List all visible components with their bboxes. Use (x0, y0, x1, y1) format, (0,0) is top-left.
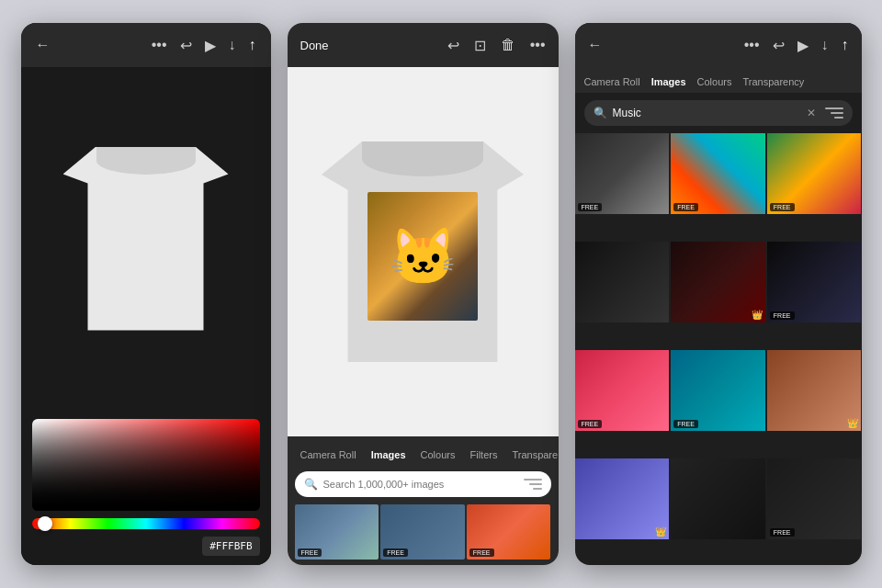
hue-thumb[interactable] (38, 516, 52, 531)
music-image-4[interactable] (575, 242, 670, 322)
nav-tab-transparency[interactable]: Transparency (742, 76, 804, 87)
panel2-tabs-row: Camera Roll Images Colours Filters Trans… (295, 446, 551, 464)
search-icon: 🔍 (594, 107, 607, 119)
undo-icon[interactable]: ↩ (447, 37, 459, 54)
color-picker-area: #FFFBFB (21, 410, 271, 565)
free-badge-1: FREE (298, 548, 322, 557)
music-image-9[interactable]: 👑 (767, 350, 862, 431)
crown-badge: 👑 (847, 418, 858, 428)
crown-badge: 👑 (752, 310, 763, 320)
image-thumb-3[interactable]: FREE (467, 504, 551, 560)
music-image-10[interactable]: 👑 (575, 458, 670, 539)
search-input-music[interactable] (613, 107, 801, 119)
free-badge: FREE (770, 203, 795, 211)
panel2-search-bar[interactable]: 🔍 (295, 471, 551, 497)
image-thumb-1[interactable]: FREE (295, 504, 379, 560)
panel3-right-icons: ••• ↩ ▶ ↓ ↑ (744, 37, 849, 54)
crown-badge: 👑 (655, 526, 666, 537)
panel1-right-icons: ••• ↩ ▶ ↓ ↑ (152, 37, 256, 54)
music-image-12[interactable]: FREE (767, 458, 862, 539)
share-icon[interactable]: ↑ (249, 37, 256, 53)
tab-transparency[interactable]: Transparency (506, 446, 558, 464)
panel3-image-grid: FREE FREE FREE 👑 FREE FREE (575, 133, 862, 565)
tshirt-container (322, 141, 524, 362)
panel-tshirt-editor: Done ↩ ⊡ 🗑 ••• Camera Roll Images Colour… (288, 23, 559, 565)
panel-color-picker: ← ••• ↩ ▶ ↓ ↑ #FFFBFB (21, 23, 271, 565)
free-badge: FREE (770, 311, 795, 320)
free-badge: FREE (673, 203, 698, 211)
music-image-2[interactable]: FREE (671, 133, 765, 214)
panel3-nav-tabs: Camera Roll Images Colours Transparency (575, 67, 862, 93)
tshirt-preview-white (63, 147, 229, 331)
panel2-right-icons: ↩ ⊡ 🗑 ••• (447, 37, 546, 54)
more-icon[interactable]: ••• (744, 37, 760, 53)
nav-tab-images[interactable]: Images (651, 76, 686, 87)
download-icon[interactable]: ↓ (821, 37, 829, 53)
panel-image-search: ← ••• ↩ ▶ ↓ ↑ Camera Roll Images Colours… (575, 23, 862, 565)
panel2-image-grid: FREE FREE FREE (295, 504, 551, 560)
undo-icon[interactable]: ↩ (773, 37, 785, 54)
panel1-topbar: ← ••• ↩ ▶ ↓ ↑ (21, 23, 271, 67)
panel3-topbar: ← ••• ↩ ▶ ↓ ↑ (575, 23, 862, 67)
free-badge: FREE (770, 528, 795, 537)
music-image-8[interactable]: FREE (671, 350, 765, 431)
tab-camera-roll[interactable]: Camera Roll (295, 446, 362, 464)
search-icon: 🔍 (304, 478, 318, 491)
hue-slider[interactable] (32, 518, 260, 529)
panel3-content: FREE FREE FREE 👑 FREE FREE (575, 133, 862, 565)
tab-colours[interactable]: Colours (415, 446, 461, 464)
panel3-search-area: 🔍 ✕ (575, 93, 862, 133)
panel1-canvas (21, 67, 271, 410)
free-badge: FREE (578, 420, 603, 428)
undo-icon[interactable]: ↩ (180, 37, 192, 54)
music-image-6[interactable]: FREE (767, 242, 862, 322)
cat-image-overlay[interactable] (368, 192, 478, 321)
more-icon[interactable]: ••• (152, 37, 167, 53)
search-input[interactable] (323, 479, 518, 490)
panel2-topbar: Done ↩ ⊡ 🗑 ••• (288, 23, 559, 67)
panels-container: ← ••• ↩ ▶ ↓ ↑ #FFFBFB Done (0, 0, 882, 588)
hex-row: #FFFBFB (32, 537, 260, 556)
more-icon[interactable]: ••• (530, 37, 546, 53)
tab-filters[interactable]: Filters (464, 446, 503, 464)
delete-icon[interactable]: 🗑 (501, 37, 515, 53)
play-icon[interactable]: ▶ (205, 37, 216, 54)
download-icon[interactable]: ↓ (229, 37, 236, 53)
music-image-1[interactable]: FREE (575, 133, 670, 214)
music-image-3[interactable]: FREE (767, 133, 862, 214)
back-icon[interactable]: ← (588, 37, 603, 53)
clear-icon[interactable]: ✕ (807, 107, 816, 119)
nav-tab-colours[interactable]: Colours (697, 76, 732, 87)
tab-images[interactable]: Images (366, 446, 412, 464)
play-icon[interactable]: ▶ (797, 37, 808, 54)
nav-tab-camera-roll[interactable]: Camera Roll (584, 76, 640, 87)
free-badge: FREE (673, 420, 698, 428)
music-image-5[interactable]: 👑 (671, 242, 765, 322)
share-icon[interactable]: ↑ (842, 37, 849, 53)
music-image-11[interactable] (671, 458, 765, 539)
panel2-bottom-tabs: Camera Roll Images Colours Filters Trans… (288, 436, 559, 565)
color-gradient[interactable] (32, 419, 260, 511)
image-thumb-2[interactable]: FREE (380, 504, 465, 560)
free-badge-3: FREE (469, 548, 494, 557)
music-image-7[interactable]: FREE (575, 350, 670, 431)
panel2-canvas (288, 67, 559, 436)
hex-value: #FFFBFB (202, 537, 259, 556)
crop-icon[interactable]: ⊡ (474, 37, 486, 54)
free-badge-2: FREE (383, 548, 408, 557)
free-badge: FREE (578, 203, 603, 211)
panel3-search-bar[interactable]: 🔍 ✕ (584, 100, 853, 126)
back-icon[interactable]: ← (36, 37, 51, 53)
filter-icon[interactable] (825, 106, 843, 120)
filter-icon[interactable] (524, 477, 542, 492)
done-button[interactable]: Done (300, 39, 329, 52)
